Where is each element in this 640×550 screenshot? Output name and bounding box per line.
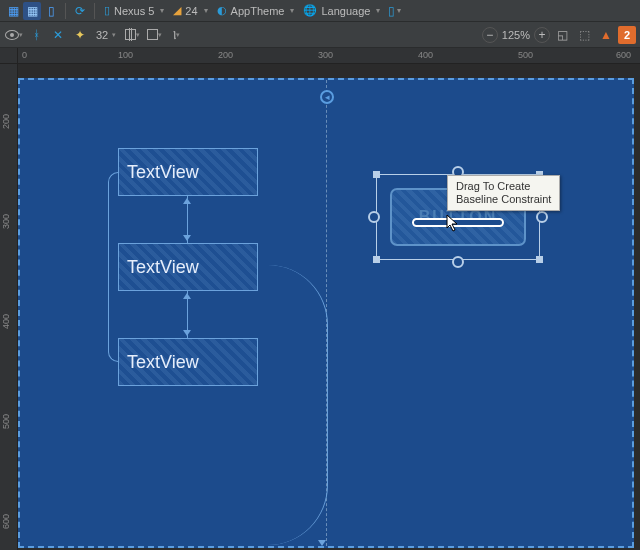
ruler-horizontal: 0 100 200 300 400 500 600: [18, 48, 640, 64]
constraint-arrow-icon: [183, 293, 191, 299]
constraint-arrow-icon: [318, 540, 326, 546]
align-icon[interactable]: ▾: [144, 25, 164, 45]
notification-badge[interactable]: 2: [618, 26, 636, 44]
textview-2[interactable]: TextView: [118, 243, 258, 291]
zoom-fit-icon[interactable]: ◱: [552, 25, 572, 45]
constraint-arrow-icon: [183, 235, 191, 241]
pack-icon[interactable]: ▾: [122, 25, 142, 45]
constraint-anchor[interactable]: [452, 256, 464, 268]
zoom-in-icon[interactable]: +: [534, 27, 550, 43]
api-label: 24: [185, 5, 197, 17]
resize-handle[interactable]: [373, 256, 380, 263]
theme-label: AppTheme: [231, 5, 285, 17]
design-toolbar: ▾ ᚼ ✕ ✦ 32 ▾ ▾ ▾ Ⲓ▾ − 125% + ◱ ⬚ ▲ 2: [0, 22, 640, 48]
view-options-icon[interactable]: ▾: [4, 25, 24, 45]
constraint-arrow-icon: [183, 198, 191, 204]
design-canvas[interactable]: TextView TextView TextView: [18, 64, 640, 550]
orientation-icon[interactable]: ⟳: [71, 2, 89, 20]
ruler-vertical: 200 300 400 500 600: [0, 64, 18, 550]
textview-3[interactable]: TextView: [118, 338, 258, 386]
constraint-curve: [258, 265, 328, 545]
device-selector[interactable]: ▯ Nexus 5: [100, 4, 168, 17]
baseline-handle[interactable]: [412, 218, 504, 227]
resize-handle[interactable]: [373, 171, 380, 178]
design-view-icon[interactable]: ▦: [4, 2, 22, 20]
autoconnect-icon[interactable]: ᚼ: [26, 25, 46, 45]
zoom-level[interactable]: 125%: [500, 29, 532, 41]
guideline-icon[interactable]: Ⲓ▾: [166, 25, 186, 45]
split-view-icon[interactable]: ▯: [42, 2, 60, 20]
top-toolbar: ▦ ▦ ▯ ⟳ ▯ Nexus 5 ◢ 24 ◐ AppTheme 🌐 Lang…: [0, 0, 640, 22]
language-selector[interactable]: 🌐 Language: [299, 4, 384, 17]
device-label: Nexus 5: [114, 5, 154, 17]
zoom-out-icon[interactable]: −: [482, 27, 498, 43]
constraint-anchor[interactable]: [368, 211, 380, 223]
variant-selector[interactable]: ▯: [385, 2, 403, 20]
clear-constraints-icon[interactable]: ✕: [48, 25, 68, 45]
constraint-arrow-icon: [183, 330, 191, 336]
pan-icon[interactable]: ⬚: [574, 25, 594, 45]
tooltip: Drag To Create Baseline Constraint: [447, 175, 560, 211]
resize-handle[interactable]: [536, 256, 543, 263]
guideline-handle[interactable]: [320, 90, 334, 104]
infer-constraints-icon[interactable]: ✦: [70, 25, 90, 45]
language-label: Language: [321, 5, 370, 17]
api-selector[interactable]: ◢ 24: [169, 4, 211, 17]
default-margin[interactable]: 32 ▾: [92, 29, 120, 41]
chain-bracket: [108, 172, 118, 362]
ruler-corner: [0, 48, 18, 64]
errors-icon[interactable]: ▲: [596, 25, 616, 45]
margin-value: 32: [96, 29, 108, 41]
textview-1[interactable]: TextView: [118, 148, 258, 196]
constraint-anchor[interactable]: [536, 211, 548, 223]
theme-selector[interactable]: ◐ AppTheme: [213, 4, 299, 17]
blueprint-surface[interactable]: TextView TextView TextView: [18, 78, 634, 548]
blueprint-view-icon[interactable]: ▦: [23, 2, 41, 20]
